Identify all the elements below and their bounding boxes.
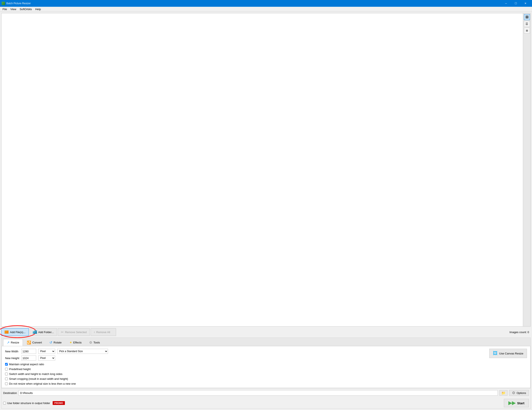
options-gear-icon: ⚙ bbox=[512, 391, 515, 395]
options-button[interactable]: ⚙ Options bbox=[509, 390, 529, 396]
menu-view[interactable]: View bbox=[9, 7, 18, 11]
left-controls: New Width Pixel Percent Inch Cm Pick a S… bbox=[5, 349, 485, 385]
tab-tools-label: Tools bbox=[94, 341, 100, 344]
bottom-bar: Use folder structure in output folder PR… bbox=[1, 398, 531, 409]
destination-folder-icon: 📁 bbox=[501, 391, 506, 395]
maintain-aspect-row: Maintain original aspect ratio bbox=[5, 363, 485, 366]
images-count: Images count: 0 bbox=[509, 331, 531, 334]
view-list-button[interactable]: ☰ bbox=[524, 21, 530, 27]
tab-effects[interactable]: ✦ Effects bbox=[66, 339, 86, 346]
maintain-aspect-checkbox[interactable] bbox=[5, 363, 8, 366]
title-bar-controls: ─ ☐ ✕ bbox=[501, 0, 530, 7]
remove-all-button[interactable]: ‹ Remove All bbox=[91, 328, 116, 336]
view-grid-button[interactable]: ⊞ bbox=[524, 28, 530, 34]
canvas-resize-label: Use Canvas Resize bbox=[499, 352, 523, 355]
add-files-label: Add File(s)... bbox=[10, 331, 26, 334]
view-thumbnail-button[interactable]: 🖼 bbox=[524, 14, 530, 20]
switch-width-height-row: Switch width and height to match long si… bbox=[5, 373, 485, 376]
canvas-resize-icon: 🖼 bbox=[493, 351, 498, 356]
title-bar: Batch Picture Resizer ─ ☐ ✕ bbox=[0, 0, 532, 7]
tab-rotate[interactable]: ↺ Rotate bbox=[46, 339, 65, 346]
destination-bar: Destination 📁 ⚙ Options bbox=[1, 388, 531, 398]
add-folder-label: Add Folder... bbox=[38, 331, 54, 334]
predefined-height-label: Predefined height bbox=[9, 368, 31, 371]
switch-width-height-label: Switch width and height to match long si… bbox=[9, 373, 62, 376]
no-resize-checkbox[interactable] bbox=[5, 382, 8, 385]
new-height-input[interactable] bbox=[21, 355, 36, 361]
menu-softorbits[interactable]: SoftOrbits bbox=[18, 7, 34, 11]
switch-width-height-checkbox[interactable] bbox=[5, 373, 8, 375]
tab-effects-label: Effects bbox=[73, 341, 82, 344]
bottom-panel: ↗ Resize 🔁 Convert ↺ Rotate ✦ Effects ⚙ … bbox=[1, 337, 531, 409]
app-title: Batch Picture Resizer bbox=[6, 2, 31, 5]
predefined-height-row: Predefined height bbox=[5, 368, 485, 371]
add-files-icon bbox=[4, 330, 9, 334]
minimize-button[interactable]: ─ bbox=[501, 0, 511, 7]
remove-all-icon: ‹ bbox=[94, 330, 95, 334]
file-drop-area bbox=[1, 13, 523, 326]
convert-tab-icon: 🔁 bbox=[27, 341, 31, 345]
tools-tab-icon: ⚙ bbox=[89, 341, 92, 345]
tab-tools[interactable]: ⚙ Tools bbox=[86, 339, 103, 346]
remove-selected-button[interactable]: ✂ Remove Selected bbox=[58, 328, 90, 336]
add-files-button[interactable]: Add File(s)... bbox=[1, 328, 29, 336]
smart-crop-row: Smart cropping (result in exact width an… bbox=[5, 377, 485, 381]
thumbnail-icon: 🖼 bbox=[525, 15, 528, 19]
grid-icon: ⊞ bbox=[526, 29, 528, 32]
start-icon: ▶▶ bbox=[508, 400, 515, 406]
restore-button[interactable]: ☐ bbox=[511, 0, 521, 7]
maintain-aspect-label: Maintain original aspect ratio bbox=[9, 363, 44, 366]
remove-selected-icon: ✂ bbox=[61, 330, 64, 334]
remove-all-label: Remove All bbox=[96, 331, 110, 334]
standard-size-row: Pick a Standard Size bbox=[57, 349, 485, 354]
right-column: 🖼 Use Canvas Resize bbox=[485, 349, 527, 385]
start-label: Start bbox=[517, 401, 524, 405]
promo-badge: PROMO bbox=[53, 401, 65, 405]
images-count-label: Images count: bbox=[509, 331, 527, 334]
menu-help[interactable]: Help bbox=[34, 7, 43, 11]
destination-input[interactable] bbox=[19, 390, 498, 396]
no-resize-label: Do not resize when original size is less… bbox=[9, 382, 76, 385]
tab-convert[interactable]: 🔁 Convert bbox=[23, 339, 46, 346]
start-button[interactable]: ▶▶ Start bbox=[504, 399, 529, 407]
destination-label: Destination bbox=[3, 391, 17, 395]
width-unit-select[interactable]: Pixel Percent Inch Cm bbox=[38, 349, 55, 354]
resize-tab-icon: ↗ bbox=[7, 341, 10, 345]
smart-crop-label: Smart cropping (result in exact width an… bbox=[9, 377, 68, 381]
folder-structure-label: Use folder structure in output folder bbox=[7, 401, 50, 405]
height-unit-select[interactable]: Pixel Percent Inch Cm bbox=[38, 355, 55, 361]
tab-resize-label: Resize bbox=[11, 341, 19, 344]
new-width-label: New Width bbox=[5, 350, 19, 353]
add-folder-icon bbox=[33, 330, 37, 334]
menu-bar: File View SoftOrbits Help bbox=[0, 7, 532, 12]
toolbar: Add File(s)... Add Folder... ✂ Remove Se… bbox=[1, 327, 531, 337]
footer-left: Use folder structure in output folder PR… bbox=[3, 401, 65, 405]
images-count-value: 0 bbox=[528, 331, 529, 334]
resize-grid: New Width Pixel Percent Inch Cm Pick a S… bbox=[5, 349, 485, 361]
checkboxes-area: Maintain original aspect ratio Predefine… bbox=[5, 361, 485, 385]
predefined-height-checkbox[interactable] bbox=[5, 368, 8, 371]
folder-structure-checkbox[interactable] bbox=[3, 402, 6, 404]
close-button[interactable]: ✕ bbox=[521, 0, 530, 7]
tabs-bar: ↗ Resize 🔁 Convert ↺ Rotate ✦ Effects ⚙ … bbox=[1, 338, 531, 346]
canvas-resize-button[interactable]: 🖼 Use Canvas Resize bbox=[489, 349, 527, 358]
add-folder-button[interactable]: Add Folder... bbox=[29, 328, 57, 336]
options-label: Options bbox=[517, 391, 526, 395]
remove-selected-label: Remove Selected bbox=[65, 331, 87, 334]
smart-crop-checkbox[interactable] bbox=[5, 377, 8, 380]
title-bar-left: Batch Picture Resizer bbox=[2, 2, 31, 5]
tab-content-resize: New Width Pixel Percent Inch Cm Pick a S… bbox=[1, 346, 531, 388]
effects-tab-icon: ✦ bbox=[69, 341, 72, 345]
file-panel: 🖼 ☰ ⊞ bbox=[1, 13, 531, 326]
new-width-input[interactable] bbox=[21, 349, 36, 354]
standard-size-select[interactable]: Pick a Standard Size bbox=[57, 349, 108, 354]
new-height-label: New Height bbox=[5, 356, 19, 360]
destination-folder-button[interactable]: 📁 bbox=[499, 390, 507, 396]
folder-structure-row: Use folder structure in output folder bbox=[3, 401, 50, 405]
tab-rotate-label: Rotate bbox=[54, 341, 62, 344]
main-container: 🖼 ☰ ⊞ Add File(s)... Add Folder... ✂ Rem… bbox=[0, 12, 532, 410]
tab-body: New Width Pixel Percent Inch Cm Pick a S… bbox=[5, 349, 527, 385]
menu-file[interactable]: File bbox=[1, 7, 9, 11]
tab-resize[interactable]: ↗ Resize bbox=[3, 339, 23, 346]
rotate-tab-icon: ↺ bbox=[49, 341, 52, 345]
